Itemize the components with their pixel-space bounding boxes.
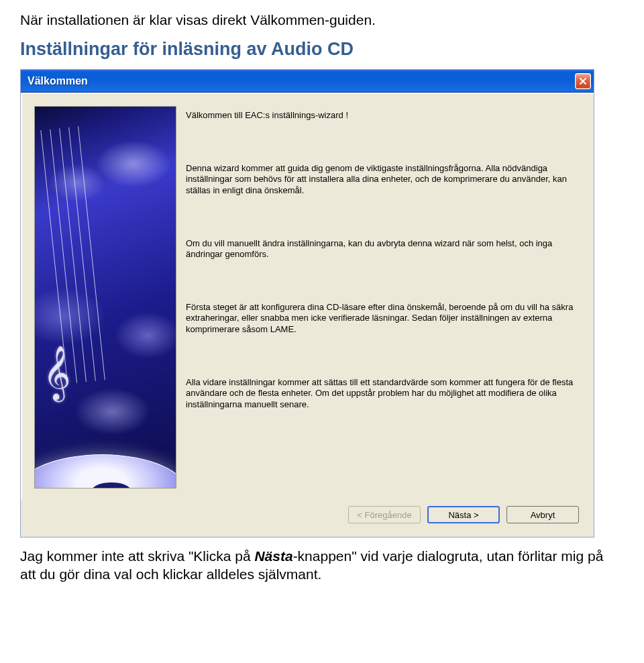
cancel-button[interactable]: Avbryt — [506, 506, 579, 523]
treble-clef-icon: 𝄞 — [43, 346, 70, 401]
wizard-paragraph: Alla vidare inställningar kommer att sät… — [186, 377, 576, 411]
wizard-paragraph: Om du vill manuellt ändra inställningarn… — [186, 238, 576, 260]
close-button[interactable] — [575, 73, 591, 89]
wizard-paragraph: Denna wizard kommer att guida dig genom … — [186, 163, 576, 197]
wizard-body: 𝄞 Välkommen till EAC:s inställnings-wiza… — [21, 93, 594, 499]
intro-text: När installationen är klar visas direkt … — [20, 12, 623, 28]
wizard-heading: Välkommen till EAC:s inställnings-wizard… — [186, 110, 576, 121]
button-row: < Föregående Nästa > Avbryt — [21, 499, 594, 537]
dialog-window: Välkommen 𝄞 Välkommen till EAC:s inställ… — [20, 69, 594, 538]
titlebar: Välkommen — [21, 70, 594, 93]
wizard-side-image: 𝄞 — [34, 106, 176, 489]
closing-paragraph: Jag kommer inte att skriva "Klicka på Nä… — [20, 547, 623, 584]
section-heading: Inställningar för inläsning av Audio CD — [20, 39, 623, 60]
wizard-paragraph: Första steget är att konfigurera dina CD… — [186, 302, 576, 336]
closing-em: Nästa — [254, 548, 292, 564]
next-button[interactable]: Nästa > — [427, 506, 500, 523]
window-title: Välkommen — [28, 75, 575, 87]
closing-pre: Jag kommer inte att skriva "Klicka på — [20, 548, 254, 564]
close-icon — [579, 77, 587, 85]
wizard-content: Välkommen till EAC:s inställnings-wizard… — [186, 106, 580, 489]
back-button: < Föregående — [348, 506, 421, 523]
